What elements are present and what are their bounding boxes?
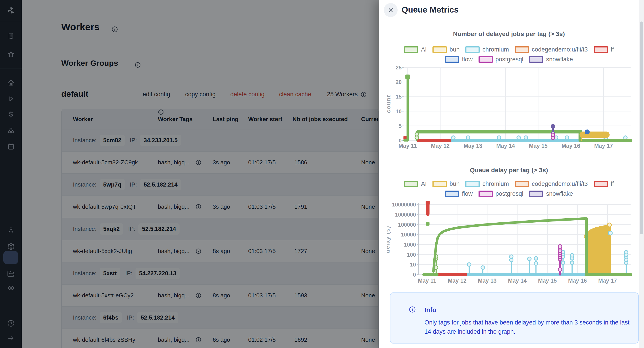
legend-swatch — [594, 181, 608, 187]
drawer-scrollbar-track — [639, 0, 644, 348]
legend-swatch — [465, 46, 480, 53]
legend-swatch — [594, 46, 608, 53]
info-box: Info Only tags for jobs that have been d… — [390, 292, 639, 343]
legend-row: flowpostgresqlsnowflake — [445, 190, 573, 197]
queue-delay-chart: 010100100010000100000100000010000000May … — [387, 199, 639, 288]
legend-swatch — [404, 181, 418, 187]
workers-page: Workers Worker Groups default edit confi… — [0, 0, 644, 348]
legend-label: codegendemo:u/fii/t3 — [532, 46, 588, 53]
legend-item: postgresql — [478, 56, 524, 63]
svg-text:May 17: May 17 — [598, 277, 617, 284]
svg-text:May 11: May 11 — [418, 277, 436, 284]
legend-label: chromium — [482, 181, 509, 188]
legend-item: flow — [445, 56, 473, 63]
svg-text:May 12: May 12 — [448, 277, 466, 284]
legend-label: ff — [611, 181, 614, 188]
legend-swatch — [478, 191, 493, 197]
legend-item: AI — [404, 46, 427, 53]
chart1-legend: AIbunchromiumcodegendemo:u/fii/t3ffflowp… — [379, 46, 639, 63]
svg-text:1000: 1000 — [404, 242, 416, 248]
info-title: Info — [424, 306, 436, 314]
legend-label: codegendemo:u/fii/t3 — [532, 181, 588, 188]
legend-label: ff — [611, 46, 614, 53]
svg-text:May 11: May 11 — [398, 143, 417, 149]
legend-label: AI — [421, 181, 427, 188]
queue-metrics-drawer: Queue Metrics Number of delayed jobs per… — [379, 0, 644, 348]
close-icon — [387, 7, 394, 14]
legend-item: snowflake — [529, 56, 573, 63]
legend-item: chromium — [465, 181, 509, 188]
legend-swatch — [529, 56, 544, 63]
legend-swatch — [515, 46, 529, 53]
chart1-title: Number of delayed jobs per tag (> 3s) — [379, 31, 639, 38]
legend-item: ff — [594, 46, 614, 53]
info-body: Only tags for jobs that have been delaye… — [424, 318, 637, 336]
legend-item: flow — [445, 190, 473, 197]
legend-label: flow — [462, 190, 473, 197]
svg-text:May 12: May 12 — [431, 143, 450, 149]
legend-label: AI — [421, 46, 427, 53]
svg-text:May 15: May 15 — [538, 277, 556, 284]
svg-text:May 16: May 16 — [562, 143, 580, 149]
drawer-header: Queue Metrics — [379, 0, 644, 20]
delayed-jobs-chart: 0510152025May 11May 12May 13May 14May 15… — [387, 65, 639, 154]
legend-row: flowpostgresqlsnowflake — [445, 56, 573, 63]
svg-text:May 15: May 15 — [529, 143, 548, 149]
legend-swatch — [432, 46, 447, 53]
legend-label: postgresql — [496, 190, 524, 197]
svg-text:15: 15 — [396, 94, 402, 100]
chart2-legend: AIbunchromiumcodegendemo:u/fii/t3ffflowp… — [379, 181, 639, 197]
legend-swatch — [465, 181, 480, 187]
legend-swatch — [445, 191, 459, 197]
svg-text:10: 10 — [410, 262, 416, 268]
svg-text:count: count — [387, 95, 392, 113]
legend-row: AIbunchromiumcodegendemo:u/fii/t3ff — [404, 46, 614, 53]
drawer-title: Queue Metrics — [402, 0, 459, 20]
legend-item: ff — [594, 181, 614, 188]
legend-swatch — [529, 191, 544, 197]
svg-text:delay (s): delay (s) — [387, 226, 391, 254]
legend-swatch — [515, 181, 529, 187]
svg-text:100000: 100000 — [398, 222, 416, 228]
info-icon — [409, 306, 416, 314]
legend-item: codegendemo:u/fii/t3 — [515, 46, 588, 53]
svg-text:May 14: May 14 — [496, 143, 515, 149]
legend-label: flow — [462, 56, 473, 63]
svg-text:10000: 10000 — [401, 232, 416, 238]
legend-label: bun — [450, 46, 460, 53]
svg-text:25: 25 — [396, 65, 402, 71]
svg-text:May 13: May 13 — [478, 277, 496, 284]
svg-text:100: 100 — [407, 252, 416, 258]
legend-item: bun — [432, 181, 460, 188]
legend-item: postgresql — [478, 190, 524, 197]
legend-label: snowflake — [546, 56, 573, 63]
legend-label: snowflake — [546, 190, 573, 197]
svg-text:May 13: May 13 — [464, 143, 482, 149]
svg-text:May 14: May 14 — [508, 277, 526, 284]
legend-item: snowflake — [529, 190, 573, 197]
legend-swatch — [445, 56, 459, 63]
legend-item: chromium — [465, 46, 509, 53]
chart2-title: Queue delay per tag (> 3s) — [379, 166, 639, 174]
legend-label: chromium — [482, 46, 509, 53]
legend-swatch — [432, 181, 447, 187]
legend-label: bun — [450, 181, 460, 188]
legend-item: codegendemo:u/fii/t3 — [515, 181, 588, 188]
legend-swatch — [478, 56, 493, 63]
svg-text:May 16: May 16 — [568, 277, 587, 284]
drawer-scrollbar-thumb[interactable] — [640, 22, 643, 234]
legend-swatch — [404, 46, 418, 53]
svg-text:5: 5 — [399, 123, 402, 129]
svg-text:0: 0 — [413, 272, 416, 278]
svg-text:May 17: May 17 — [594, 143, 613, 149]
legend-item: bun — [432, 46, 460, 53]
legend-label: postgresql — [496, 56, 524, 63]
svg-text:1000000: 1000000 — [395, 212, 416, 218]
svg-text:10: 10 — [396, 108, 402, 114]
legend-item: AI — [404, 181, 427, 188]
svg-text:10000000: 10000000 — [392, 202, 416, 208]
close-drawer-button[interactable] — [384, 3, 398, 17]
svg-text:20: 20 — [396, 79, 402, 85]
legend-row: AIbunchromiumcodegendemo:u/fii/t3ff — [404, 181, 614, 188]
